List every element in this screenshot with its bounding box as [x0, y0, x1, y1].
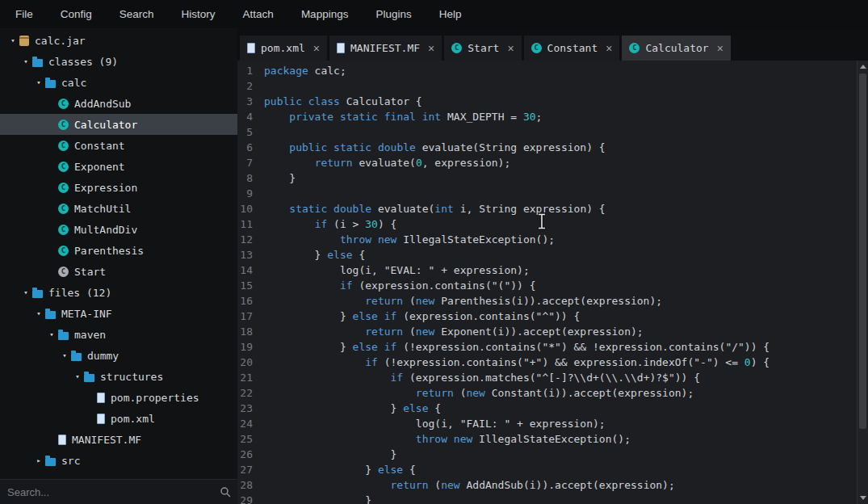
vertical-scrollbar[interactable]: [857, 61, 868, 504]
code-token: public: [264, 95, 302, 107]
line-number: 28: [237, 477, 253, 493]
code-line: } else {: [264, 247, 868, 262]
file-icon: [58, 435, 66, 445]
menu-item-search[interactable]: Search: [106, 0, 168, 28]
menu-item-file[interactable]: File: [2, 0, 47, 28]
code-token: if: [340, 279, 353, 292]
tab-pom-xml[interactable]: pom.xml×: [240, 36, 327, 61]
tab-label: Start: [468, 42, 499, 54]
tree-item-files-12[interactable]: ▾files (12): [0, 282, 237, 303]
tree-item-multanddiv[interactable]: CMultAndDiv: [0, 219, 237, 240]
code-token: (!expression.contains(: [378, 356, 523, 368]
code-token: [264, 203, 289, 215]
tree-expand-arrow-icon[interactable]: ▾: [19, 57, 32, 65]
code-editor[interactable]: 1234567891011121314151617181920212223242…: [237, 61, 868, 504]
tab-close-icon[interactable]: ×: [717, 42, 723, 55]
code-token: [416, 111, 422, 123]
tab-calculator[interactable]: CCalculator×: [622, 36, 730, 61]
line-number: 11: [237, 216, 253, 232]
code-token: static: [333, 141, 371, 153]
code-token: [327, 141, 333, 153]
tree-item-manifest-mf[interactable]: MANIFEST.MF: [0, 429, 237, 450]
menu-item-config[interactable]: Config: [47, 0, 106, 28]
scroll-up-button[interactable]: [858, 61, 868, 73]
tab-close-icon[interactable]: ×: [313, 42, 320, 55]
code-token: [264, 372, 391, 384]
code-token: + expression);: [510, 418, 605, 430]
class-icon: C: [58, 141, 69, 151]
app-body: ▾calc.jar▾classes (9)▾calcCAddAndSubCCal…: [0, 28, 868, 504]
tree-item-pom-properties[interactable]: pom.properties: [0, 387, 237, 408]
line-number: 21: [237, 370, 253, 385]
code-token: "*": [542, 341, 560, 353]
code-line: }: [264, 447, 868, 462]
tree-item-calc[interactable]: ▾calc: [0, 72, 237, 93]
tree-expand-arrow-icon[interactable]: ▸: [32, 456, 45, 464]
code-token: "-": [694, 356, 712, 368]
line-number: 2: [237, 78, 253, 94]
tab-constant[interactable]: CConstant×: [524, 36, 620, 61]
tree-item-classes-9[interactable]: ▾classes (9): [0, 51, 237, 72]
scroll-down-button[interactable]: [858, 492, 868, 504]
tree-item-start[interactable]: CStart: [0, 261, 237, 282]
tree-item-label: classes (9): [48, 56, 118, 68]
menu-item-mappings[interactable]: Mappings: [287, 0, 363, 28]
scrollbar-thumb[interactable]: [859, 74, 866, 429]
folder-icon: [45, 80, 56, 88]
tree-item-matchutil[interactable]: CMatchUtil: [0, 198, 237, 219]
code-token: IllegalStateException();: [472, 433, 631, 445]
line-number: 27: [237, 462, 253, 477]
tree-item-addandsub[interactable]: CAddAndSub: [0, 93, 237, 114]
code-token: "^": [536, 310, 555, 322]
code-token: return: [416, 387, 454, 399]
code-token: [447, 433, 454, 445]
tree-expand-arrow-icon[interactable]: ▾: [32, 78, 45, 86]
tree-item-calc-jar[interactable]: ▾calc.jar: [0, 30, 237, 51]
tab-close-icon[interactable]: ×: [606, 42, 612, 55]
tab-label: Constant: [547, 42, 598, 54]
tree-expand-arrow-icon[interactable]: ▾: [32, 309, 45, 317]
tree-item-label: Expression: [74, 182, 137, 194]
menu-item-help[interactable]: Help: [426, 0, 476, 28]
menu-item-history[interactable]: History: [168, 0, 229, 28]
tree-expand-arrow-icon[interactable]: ▾: [45, 330, 58, 338]
tab-close-icon[interactable]: ×: [428, 42, 434, 55]
code-token: 30: [365, 218, 378, 230]
tree-item-constant[interactable]: CConstant: [0, 135, 237, 156]
tree-expand-arrow-icon[interactable]: ▾: [19, 288, 32, 296]
tree-item-structures[interactable]: ▾structures: [0, 366, 237, 387]
menu-item-plugins[interactable]: Plugins: [362, 0, 425, 28]
tree-expand-arrow-icon[interactable]: ▾: [6, 36, 19, 44]
code-token: [378, 341, 384, 353]
tree-item-parenthesis[interactable]: CParenthesis: [0, 240, 237, 261]
menu-item-attach[interactable]: Attach: [229, 0, 287, 28]
code-token: return: [365, 295, 403, 307]
tab-start[interactable]: CStart×: [444, 36, 521, 61]
tab-manifest-mf[interactable]: MANIFEST.MF×: [329, 36, 442, 61]
tree-item-pom-xml[interactable]: pom.xml: [0, 408, 237, 429]
search-input[interactable]: [0, 486, 237, 498]
tree-expand-arrow-icon[interactable]: ▾: [58, 351, 71, 359]
tree-item-calculator[interactable]: CCalculator: [0, 114, 237, 135]
code-token: int: [434, 203, 453, 215]
tree-item-src[interactable]: ▸src: [0, 450, 237, 471]
tree-item-maven[interactable]: ▾maven: [0, 324, 237, 345]
code-token: evaluate(: [353, 157, 416, 169]
line-number: 12: [237, 232, 253, 247]
code-content[interactable]: package calc;public class Calculator { p…: [258, 61, 868, 504]
code-token: public: [289, 141, 327, 153]
tree-item-exponent[interactable]: CExponent: [0, 156, 237, 177]
tree-item-meta-inf[interactable]: ▾META-INF: [0, 303, 237, 324]
tree-item-dummy[interactable]: ▾dummy: [0, 345, 237, 366]
class-icon: C: [451, 43, 462, 53]
code-token: [378, 111, 384, 123]
code-token: 30: [523, 111, 536, 123]
tree-item-expression[interactable]: CExpression: [0, 177, 237, 198]
folder-icon: [32, 290, 43, 298]
code-token: (: [429, 479, 442, 491]
line-number: 4: [237, 109, 253, 124]
tab-close-icon[interactable]: ×: [507, 42, 514, 55]
tree-expand-arrow-icon[interactable]: ▾: [71, 372, 84, 380]
code-line: [264, 186, 868, 201]
code-token: 0: [416, 157, 422, 169]
